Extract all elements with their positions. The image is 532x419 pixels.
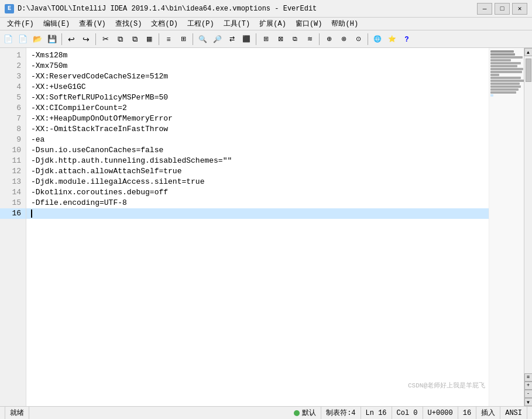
editor-area: 12345678910111213141516 -Xms128m-Xmx750m… (0, 48, 532, 406)
minimize-button[interactable]: — (477, 3, 492, 15)
maximize-button[interactable]: □ (495, 3, 510, 15)
replace2-button[interactable]: ⬛ (239, 32, 253, 46)
menu-item[interactable]: 查找(S) (111, 18, 147, 30)
minimap-line (490, 59, 511, 61)
code-line: -XX:-OmitStackTraceInFastThrow (26, 124, 489, 135)
sep4 (193, 33, 193, 45)
scroll-track[interactable] (524, 56, 532, 373)
scroll-down-arrow[interactable]: ▼ (524, 398, 533, 406)
paste-button[interactable]: ⧉ (128, 32, 142, 46)
status-linecount: 16 (458, 407, 476, 419)
vertical-scrollbar[interactable]: ▲ ≡ + - ▼ (524, 48, 532, 406)
line-number: 13 (0, 177, 26, 187)
menu-item[interactable]: 扩展(A) (255, 18, 291, 30)
line-number: 15 (0, 198, 26, 208)
scroll-thumb[interactable] (526, 59, 531, 82)
toolbar-btn-h[interactable]: ⊗ (337, 32, 351, 46)
sep5 (256, 33, 256, 45)
line-number: 16 (0, 208, 26, 219)
minimap-line (490, 80, 524, 82)
line-number: 9 (0, 135, 26, 145)
status-ready: 就绪 (5, 407, 29, 419)
code-line: -Dfile.encoding=UTF-8 (26, 198, 489, 208)
line-number: 5 (0, 92, 26, 103)
menu-item[interactable]: 文档(D) (146, 18, 183, 30)
line-number: 2 (0, 61, 26, 71)
save-button[interactable] (45, 32, 59, 46)
copy-button[interactable] (113, 32, 127, 46)
new-button[interactable] (1, 32, 15, 46)
code-line: -Djdk.attach.allowAttachSelf=true (26, 166, 489, 177)
code-line: -Djdk.http.auth.tunneling.disabledScheme… (26, 156, 489, 166)
code-line: -XX:+UseG1GC (26, 82, 489, 92)
sep1 (61, 33, 62, 45)
status-line: Ln 16 (361, 407, 392, 419)
code-line: -Dsun.io.useCanonCaches=false (26, 145, 489, 156)
minimap-line (490, 85, 521, 88)
menu-items: 文件(F)编辑(E)查看(V)查找(S)文档(D)工程(P)工具(T)扩展(A)… (2, 18, 363, 30)
menu-item[interactable]: 工程(P) (183, 18, 219, 30)
menu-item[interactable]: 文件(F) (2, 18, 39, 30)
status-insert: 插入 (476, 407, 500, 419)
line-number: 4 (0, 82, 26, 92)
app-icon: E (5, 4, 14, 13)
toolbar: 📄 ⧉ ▦ ≡ ⊞ 🔍 🔎 ⇄ ⬛ ⊞ ⊠ ⧉ ≋ ⊕ ⊗ ⊙ 🌐 ⭐ ? (0, 30, 532, 48)
replace-button[interactable]: ⇄ (225, 32, 239, 46)
menu-item[interactable]: 工具(T) (219, 18, 255, 30)
line-number: 6 (0, 103, 26, 114)
toolbar-btn2[interactable]: 📄 (16, 32, 30, 46)
code-line: -Dkotlinx.coroutines.debug=off (26, 187, 489, 198)
toolbar-btn-f[interactable]: ≋ (303, 32, 317, 46)
status-dot (294, 410, 300, 416)
line-number: 10 (0, 145, 26, 156)
title-bar: E D:\Java\TOOL\IntelliJ IDEA 2019.1.4\bi… (0, 0, 532, 18)
window-title: D:\Java\TOOL\IntelliJ IDEA 2019.1.4\bin\… (18, 5, 477, 13)
line-number: 14 (0, 187, 26, 198)
code-editor[interactable]: -Xms128m-Xmx750m-XX:ReservedCodeCacheSiz… (26, 48, 489, 406)
search2-button[interactable]: 🔎 (210, 32, 224, 46)
menu-item[interactable]: 帮助(H) (327, 18, 363, 30)
line-number: 11 (0, 156, 26, 166)
minimap-line (490, 74, 499, 76)
minimap-line (490, 62, 521, 64)
minimap (489, 48, 524, 406)
code-line: -Xmx750m (26, 61, 489, 71)
status-encoding: ANSI (500, 407, 527, 419)
help-button[interactable]: ? (400, 32, 414, 46)
close-button[interactable]: ✕ (512, 3, 527, 15)
toolbar-btn-g[interactable]: ⊕ (322, 32, 336, 46)
toolbar-btn-b[interactable]: ⊞ (176, 32, 190, 46)
align-button[interactable]: ≡ (162, 32, 176, 46)
minimap-line (490, 91, 516, 94)
menu-item[interactable]: 窗口(W) (291, 18, 327, 30)
paste2-button[interactable]: ▦ (142, 32, 156, 46)
open-button[interactable] (30, 32, 44, 46)
menu-item[interactable]: 查看(V) (74, 18, 111, 30)
scroll-side-btn-1[interactable]: ≡ (524, 373, 533, 382)
toolbar-btn-c[interactable]: ⊞ (259, 32, 273, 46)
sep6 (319, 33, 320, 45)
search-button[interactable]: 🔍 (195, 32, 210, 46)
star-button[interactable]: ⭐ (385, 32, 399, 46)
redo-button[interactable] (79, 32, 93, 46)
minimap-line (490, 94, 493, 97)
cut-button[interactable] (98, 32, 112, 46)
scroll-side-buttons: ≡ + - (524, 373, 533, 398)
toolbar-btn-e[interactable]: ⧉ (288, 32, 302, 46)
toolbar-btn-d[interactable]: ⊠ (273, 32, 287, 46)
minimap-line (490, 53, 515, 56)
scroll-side-btn-2[interactable]: + (524, 382, 533, 390)
minimap-line (490, 83, 520, 85)
scroll-up-arrow[interactable]: ▲ (524, 48, 533, 56)
toolbar-btn-i[interactable]: ⊙ (351, 32, 365, 46)
net-button[interactable]: 🌐 (370, 32, 385, 46)
scroll-side-btn-3[interactable]: - (524, 390, 533, 398)
code-line: -XX:SoftRefLRUPolicyMSPerMB=50 (26, 92, 489, 103)
code-line: -Djdk.module.illegalAccess.silent=true (26, 177, 489, 187)
menu-bar: 文件(F)编辑(E)查看(V)查找(S)文档(D)工程(P)工具(T)扩展(A)… (0, 18, 532, 30)
minimap-line (490, 88, 519, 91)
undo-button[interactable] (64, 32, 78, 46)
menu-item[interactable]: 编辑(E) (39, 18, 75, 30)
line-number: 12 (0, 166, 26, 177)
code-line: -XX:CICompilerCount=2 (26, 103, 489, 114)
